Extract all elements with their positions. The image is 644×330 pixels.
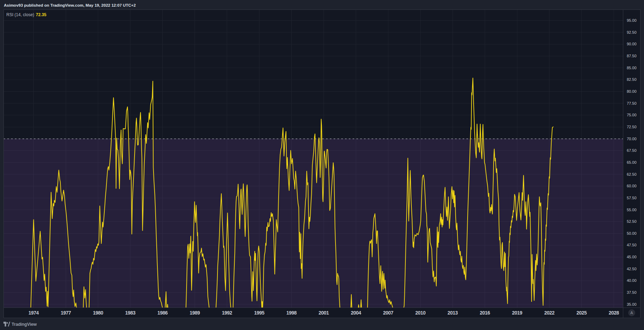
svg-text:RSI (14, close): RSI (14, close) bbox=[6, 12, 34, 17]
svg-text:40.00: 40.00 bbox=[627, 278, 637, 283]
svg-text:2007: 2007 bbox=[383, 310, 393, 316]
svg-text:2013: 2013 bbox=[448, 310, 458, 316]
svg-text:72.35: 72.35 bbox=[36, 12, 46, 17]
svg-text:35.00: 35.00 bbox=[627, 302, 637, 306]
svg-text:1974: 1974 bbox=[28, 310, 39, 316]
svg-text:1986: 1986 bbox=[157, 310, 168, 316]
svg-text:A: A bbox=[630, 311, 633, 315]
svg-text:75.00: 75.00 bbox=[627, 113, 637, 117]
svg-text:92.50: 92.50 bbox=[627, 30, 637, 34]
svg-text:TradingView: TradingView bbox=[12, 322, 37, 327]
svg-text:2019: 2019 bbox=[512, 310, 522, 316]
svg-text:2001: 2001 bbox=[319, 310, 329, 316]
svg-text:85.00: 85.00 bbox=[627, 66, 637, 70]
svg-text:37.50: 37.50 bbox=[627, 290, 637, 295]
svg-text:55.00: 55.00 bbox=[627, 208, 637, 212]
svg-text:1980: 1980 bbox=[93, 310, 104, 316]
svg-text:1995: 1995 bbox=[254, 310, 265, 316]
svg-text:52.50: 52.50 bbox=[627, 219, 637, 224]
svg-text:62.50: 62.50 bbox=[627, 172, 637, 176]
svg-text:2028: 2028 bbox=[609, 310, 619, 316]
svg-text:1989: 1989 bbox=[190, 310, 200, 316]
svg-text:57.50: 57.50 bbox=[627, 196, 637, 200]
svg-text:1977: 1977 bbox=[61, 310, 71, 316]
svg-text:87.50: 87.50 bbox=[627, 54, 637, 58]
svg-text:Asimov93 published on TradingV: Asimov93 published on TradingView.com, M… bbox=[4, 3, 136, 7]
svg-text:2016: 2016 bbox=[480, 310, 490, 316]
svg-text:1992: 1992 bbox=[222, 310, 233, 316]
svg-text:45.00: 45.00 bbox=[627, 255, 637, 259]
svg-text:80.00: 80.00 bbox=[627, 89, 637, 93]
svg-text:1998: 1998 bbox=[286, 310, 297, 316]
svg-text:72.50: 72.50 bbox=[627, 125, 637, 129]
svg-text:67.50: 67.50 bbox=[627, 148, 637, 153]
svg-text:42.50: 42.50 bbox=[627, 267, 637, 271]
svg-text:70.00: 70.00 bbox=[627, 137, 637, 141]
svg-text:60.00: 60.00 bbox=[627, 184, 637, 188]
svg-text:47.50: 47.50 bbox=[627, 243, 637, 247]
svg-text:82.50: 82.50 bbox=[627, 77, 637, 82]
svg-text:2004: 2004 bbox=[351, 310, 362, 316]
svg-text:90.00: 90.00 bbox=[627, 42, 637, 46]
svg-text:2025: 2025 bbox=[577, 310, 587, 316]
svg-text:1983: 1983 bbox=[125, 310, 136, 316]
svg-text:77.50: 77.50 bbox=[627, 101, 637, 105]
svg-text:50.00: 50.00 bbox=[627, 231, 637, 235]
svg-text:2022: 2022 bbox=[544, 310, 555, 316]
svg-text:2010: 2010 bbox=[415, 310, 426, 316]
svg-text:95.00: 95.00 bbox=[627, 18, 637, 22]
svg-text:65.00: 65.00 bbox=[627, 160, 637, 164]
